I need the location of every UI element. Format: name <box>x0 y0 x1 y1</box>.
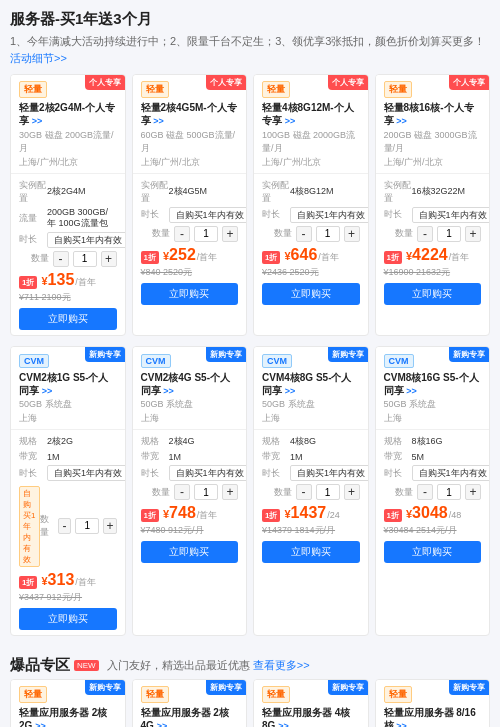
time-row: 时长自购买1年内有效 <box>262 207 360 223</box>
card-name-link[interactable]: >> <box>285 116 296 126</box>
price-amount: ¥135 <box>41 271 74 289</box>
qty-input[interactable] <box>194 484 218 500</box>
price-row: 1折¥1437/24 <box>262 504 360 522</box>
card-name-link[interactable]: >> <box>406 386 417 396</box>
time-select[interactable]: 自购买1年内有效 <box>412 207 491 223</box>
corner-badge: 新购专享 <box>328 680 368 695</box>
qty-minus-button[interactable]: - <box>417 226 433 242</box>
buy-button[interactable]: 立即购买 <box>141 283 239 305</box>
time-select[interactable]: 自购买1年内有效 <box>47 465 126 481</box>
card-name-link[interactable]: >> <box>278 721 289 727</box>
spec-label: 规格 <box>141 435 169 448</box>
activity-qty-row: 数量-+ <box>384 226 482 242</box>
card-name-link[interactable]: >> <box>285 386 296 396</box>
qty-minus-button[interactable]: - <box>58 518 71 534</box>
card-name-link[interactable]: >> <box>396 116 407 126</box>
time-label: 时长 <box>384 208 412 221</box>
card-tag: 轻量 <box>19 686 47 703</box>
card-location: 上海/广州/北京 <box>262 156 360 169</box>
card-tag: 轻量 <box>19 81 47 98</box>
qty-input[interactable] <box>75 518 99 534</box>
card-name-link[interactable]: >> <box>42 386 53 396</box>
qty-minus-button[interactable]: - <box>53 251 69 267</box>
spec-value: 2核4G5M <box>169 185 208 198</box>
qty-plus-button[interactable]: + <box>101 251 117 267</box>
buy-button[interactable]: 立即购买 <box>384 541 482 563</box>
bandwidth-label: 带宽 <box>262 450 290 463</box>
time-select[interactable]: 自购买1年内有效 <box>290 207 369 223</box>
qty-plus-button[interactable]: + <box>465 226 481 242</box>
qty-label: 数量 <box>274 227 292 240</box>
qty-input[interactable] <box>194 226 218 242</box>
buy-button[interactable]: 立即购买 <box>262 541 360 563</box>
product-card-s2c3: 新购专享轻量轻量应用服务器 4核8G >>中小企业首选 100GB SSD 30… <box>253 679 369 727</box>
product-card-s1c4: 个人专享轻量轻量8核16核-个人专享 >>200GB 磁盘 3000GB流量/月… <box>375 74 491 336</box>
time-label: 时长 <box>141 208 169 221</box>
qty-input[interactable] <box>316 484 340 500</box>
corner-badge: 新购专享 <box>206 680 246 695</box>
original-price: ¥7480 912元/月 <box>141 524 239 537</box>
time-select[interactable]: 自购买1年内有效 <box>169 465 248 481</box>
time-select[interactable]: 自购买1年内有效 <box>169 207 248 223</box>
card-name-link[interactable]: >> <box>35 721 46 727</box>
section2-link[interactable]: 查看更多>> <box>253 659 310 671</box>
time-select[interactable]: 自购买1年内有效 <box>47 232 126 248</box>
qty-plus-button[interactable]: + <box>103 518 116 534</box>
section1-link[interactable]: 活动细节>> <box>10 52 67 64</box>
card-name: 轻量2核2G4M-个人专享 >> <box>19 101 117 128</box>
card-name: 轻量8核16核-个人专享 >> <box>384 101 482 128</box>
qty-plus-button[interactable]: + <box>465 484 481 500</box>
activity-qty-row: 数量-+ <box>262 484 360 500</box>
qty-input[interactable] <box>316 226 340 242</box>
corner-badge: 新购专享 <box>85 347 125 362</box>
card-name-link[interactable]: >> <box>153 116 164 126</box>
card-body: 实例配置4核8G12M时长自购买1年内有效数量-+1折¥646/首年¥2436 … <box>254 174 368 310</box>
buy-button[interactable]: 立即购买 <box>141 541 239 563</box>
qty-plus-button[interactable]: + <box>222 226 238 242</box>
buy-button[interactable]: 立即购买 <box>19 608 117 630</box>
card-name-link[interactable]: >> <box>396 721 407 727</box>
price-unit: /首年 <box>75 276 96 289</box>
bandwidth-value: 5M <box>412 452 425 462</box>
qty-plus-button[interactable]: + <box>222 484 238 500</box>
qty-plus-button[interactable]: + <box>344 484 360 500</box>
buy-button[interactable]: 立即购买 <box>384 283 482 305</box>
buy-button[interactable]: 立即购买 <box>19 308 117 330</box>
card-name-link[interactable]: >> <box>32 116 43 126</box>
qty-minus-button[interactable]: - <box>174 484 190 500</box>
card-name-link[interactable]: >> <box>157 721 168 727</box>
spec-value: 2核2G4M <box>47 185 86 198</box>
qty-input[interactable] <box>437 484 461 500</box>
section2-sub: 入门友好，精选出品最近优惠 查看更多>> <box>107 658 310 673</box>
product-card-s2c1: 新购专享轻量轻量应用服务器 2核2G >>50GB SSD 500GB流量/月上… <box>10 679 126 727</box>
spec-label: 实例配置 <box>384 179 412 205</box>
qty-input[interactable] <box>73 251 97 267</box>
qty-label: 数量 <box>274 486 292 499</box>
card-sub: 60GB 磁盘 500GB流量/月 <box>141 129 239 155</box>
qty-minus-button[interactable]: - <box>174 226 190 242</box>
time-label: 时长 <box>19 233 47 246</box>
qty-minus-button[interactable]: - <box>296 484 312 500</box>
card-location: 上海/广州/北京 <box>19 156 117 169</box>
price-amount: ¥646 <box>284 246 317 264</box>
price-unit: /首年 <box>449 251 470 264</box>
qty-plus-button[interactable]: + <box>344 226 360 242</box>
spec-label: 规格 <box>384 435 412 448</box>
qty-minus-button[interactable]: - <box>296 226 312 242</box>
activity-qty-row: 数量-+ <box>19 251 117 267</box>
time-select[interactable]: 自购买1年内有效 <box>412 465 491 481</box>
spec-value: 4核8G12M <box>290 185 334 198</box>
card-name: 轻量4核8G12M-个人专享 >> <box>262 101 360 128</box>
spec-label: 规格 <box>262 435 290 448</box>
card-tag: 轻量 <box>141 686 169 703</box>
card-body: 规格4核8G带宽1M时长自购买1年内有效数量-+1折¥1437/24¥14379… <box>254 430 368 568</box>
corner-badge: 个人专享 <box>85 75 125 90</box>
section1-row1: 个人专享轻量轻量2核2G4M-个人专享 >>30GB 磁盘 200GB流量/月上… <box>10 74 490 336</box>
buy-button[interactable]: 立即购买 <box>262 283 360 305</box>
qty-minus-button[interactable]: - <box>417 484 433 500</box>
card-body: 实例配置16核32G22M时长自购买1年内有效数量-+1折¥4224/首年¥16… <box>376 174 490 310</box>
time-select[interactable]: 自购买1年内有效 <box>290 465 369 481</box>
card-name-link[interactable]: >> <box>163 386 174 396</box>
corner-badge: 新购专享 <box>206 347 246 362</box>
qty-input[interactable] <box>437 226 461 242</box>
